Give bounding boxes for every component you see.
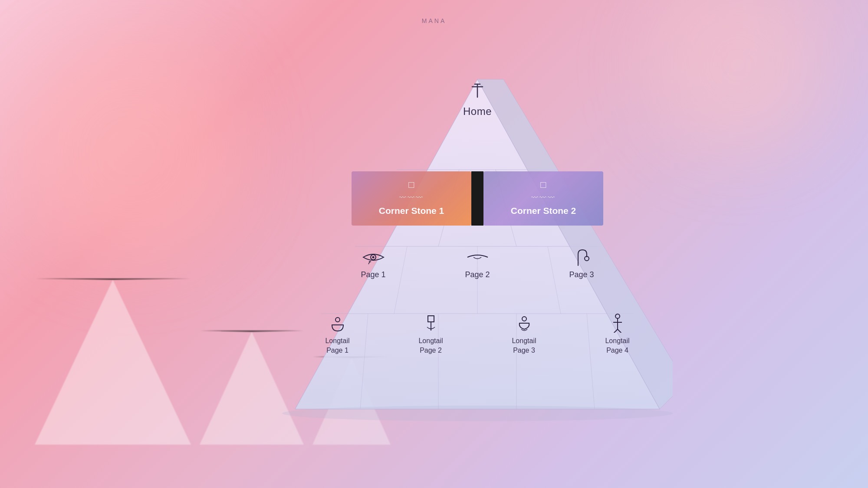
lt4-icon bbox=[611, 314, 625, 333]
mana-label: MANA bbox=[422, 17, 446, 24]
tier-home: Home bbox=[430, 82, 525, 118]
longtail-page-4[interactable]: LongtailPage 4 bbox=[576, 314, 659, 356]
lt1-label: LongtailPage 1 bbox=[325, 336, 349, 356]
cs1-icon: □ bbox=[408, 179, 414, 190]
cs2-icon: □ bbox=[540, 179, 546, 190]
page-2[interactable]: Page 2 bbox=[438, 248, 516, 279]
tier-cornerstones: □ 〰〰〰 Corner Stone 1 □ 〰〰〰 Corner Stone … bbox=[352, 171, 603, 226]
cornerstone-1[interactable]: □ 〰〰〰 Corner Stone 1 bbox=[352, 171, 471, 226]
longtail-page-2[interactable]: LongtailPage 2 bbox=[390, 314, 472, 356]
home-label: Home bbox=[463, 105, 492, 118]
cs2-squiggle: 〰〰〰 bbox=[531, 194, 556, 202]
svg-point-23 bbox=[335, 318, 340, 322]
cs1-label: Corner Stone 1 bbox=[379, 205, 444, 216]
lt4-label: LongtailPage 4 bbox=[605, 336, 629, 356]
page2-label: Page 2 bbox=[465, 270, 490, 279]
svg-marker-0 bbox=[295, 79, 660, 409]
lt2-label: LongtailPage 2 bbox=[418, 336, 443, 356]
page1-label: Page 1 bbox=[361, 270, 385, 279]
cornerstone-divider bbox=[471, 171, 483, 226]
main-content: MANA bbox=[0, 0, 868, 488]
svg-marker-1 bbox=[295, 79, 660, 409]
longtail-page-1[interactable]: LongtailPage 1 bbox=[296, 314, 379, 356]
pyramid-svg bbox=[282, 66, 673, 422]
svg-point-29 bbox=[615, 314, 620, 318]
page3-label: Page 3 bbox=[569, 270, 594, 279]
page-3[interactable]: Page 3 bbox=[542, 248, 621, 279]
svg-line-32 bbox=[614, 329, 618, 333]
svg-marker-14 bbox=[477, 79, 673, 409]
pyramid-diagram: Home □ 〰〰〰 Corner Stone 1 □ 〰〰〰 Corner S… bbox=[282, 66, 673, 422]
page1-icon bbox=[362, 248, 385, 267]
tier-pages: Page 1 Page 2 bbox=[321, 248, 634, 279]
home-icon bbox=[469, 82, 486, 102]
svg-rect-25 bbox=[428, 316, 434, 322]
page3-icon bbox=[572, 248, 592, 267]
cs2-label: Corner Stone 2 bbox=[511, 205, 576, 216]
page2-icon bbox=[466, 248, 490, 267]
lt1-icon bbox=[329, 314, 347, 333]
page-1[interactable]: Page 1 bbox=[334, 248, 412, 279]
lt3-icon bbox=[515, 314, 533, 333]
longtail-page-3[interactable]: LongtailPage 3 bbox=[483, 314, 566, 356]
lt3-label: LongtailPage 3 bbox=[512, 336, 536, 356]
svg-point-20 bbox=[372, 256, 374, 259]
cornerstone-2[interactable]: □ 〰〰〰 Corner Stone 2 bbox=[483, 171, 603, 226]
svg-line-33 bbox=[618, 329, 621, 333]
svg-point-15 bbox=[282, 406, 673, 421]
svg-point-27 bbox=[522, 317, 526, 321]
lt2-icon bbox=[423, 314, 439, 333]
cs1-squiggle: 〰〰〰 bbox=[399, 194, 424, 202]
svg-line-21 bbox=[368, 261, 370, 264]
tier-longtail: LongtailPage 1 LongtailPage 2 bbox=[291, 314, 664, 356]
